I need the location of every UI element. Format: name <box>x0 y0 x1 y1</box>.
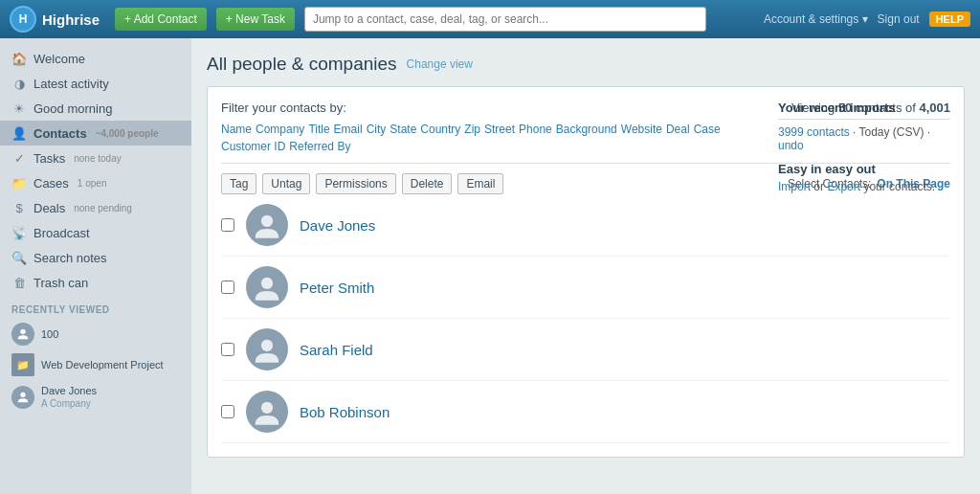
new-task-button[interactable]: + New Task <box>216 8 295 31</box>
svg-point-4 <box>261 340 273 351</box>
contact-name-bob-robinson[interactable]: Bob Robinson <box>300 404 390 420</box>
filter-city[interactable]: City <box>367 123 387 136</box>
contact-name-dave-jones[interactable]: Dave Jones <box>300 217 375 234</box>
page-title-row: All people & companies Change view <box>207 54 965 75</box>
filter-background[interactable]: Background <box>556 123 617 136</box>
contact-avatar-peter-smith <box>246 266 288 308</box>
filter-email[interactable]: Email <box>334 123 363 136</box>
change-view-link[interactable]: Change view <box>407 57 473 71</box>
contact-avatar-sarah-field <box>246 328 288 370</box>
contacts-badge: ~4,000 people <box>96 128 159 139</box>
check-icon: ✓ <box>11 150 27 166</box>
page-title: All people & companies <box>207 54 397 75</box>
sidebar-label-tasks: Tasks <box>33 151 65 166</box>
sidebar-item-tasks[interactable]: ✓ Tasks none today <box>0 146 191 170</box>
sidebar-item-good-morning[interactable]: ☀ Good morning <box>0 96 191 121</box>
sidebar-item-cases[interactable]: 📁 Cases 1 open <box>0 170 191 195</box>
permissions-button[interactable]: Permissions <box>316 173 395 194</box>
sidebar-label-search-notes: Search notes <box>33 251 107 265</box>
search-input[interactable] <box>304 7 706 32</box>
logo-icon: H <box>10 6 36 33</box>
sidebar-label-broadcast: Broadcast <box>33 226 90 240</box>
email-button[interactable]: Email <box>457 173 503 194</box>
contact-checkbox-bob-robinson[interactable] <box>221 405 234 418</box>
svg-point-1 <box>20 392 25 396</box>
sidebar-label-contacts: Contacts <box>33 126 87 141</box>
sidebar-item-deals[interactable]: $ Deals none pending <box>0 195 191 220</box>
recent-imports-detail-text: · Today (CSV) · <box>853 125 930 139</box>
top-navigation: H Highrise + Add Contact + New Task Acco… <box>0 0 980 38</box>
delete-button[interactable]: Delete <box>402 173 453 194</box>
filter-website[interactable]: Website <box>621 123 662 136</box>
person-icon: 👤 <box>11 125 27 141</box>
filter-phone[interactable]: Phone <box>519 123 552 136</box>
filter-zip[interactable]: Zip <box>464 123 480 136</box>
filter-deal[interactable]: Deal <box>666 123 690 136</box>
activity-icon: ◑ <box>11 76 27 91</box>
contact-avatar-bob-robinson <box>246 391 288 433</box>
table-row: Peter Smith <box>221 257 950 319</box>
sun-icon: ☀ <box>11 101 27 116</box>
contact-checkbox-sarah-field[interactable] <box>221 343 234 356</box>
sidebar-item-broadcast[interactable]: 📡 Broadcast <box>0 220 191 245</box>
table-row: Sarah Field <box>221 319 950 381</box>
sidebar: 🏠 Welcome ◑ Latest activity ☀ Good morni… <box>0 38 191 494</box>
easy-in-out-text: Import or Export your contacts. <box>778 180 950 193</box>
sidebar-label-welcome: Welcome <box>33 52 85 66</box>
help-button[interactable]: HELP <box>929 11 970 27</box>
svg-point-0 <box>20 329 25 334</box>
import-link[interactable]: Import <box>778 180 811 193</box>
main-content: All people & companies Change view Your … <box>191 38 980 494</box>
contact-name-sarah-field[interactable]: Sarah Field <box>300 342 373 358</box>
easy-in-out-title: Easy in easy out <box>778 162 950 176</box>
sidebar-item-search-notes[interactable]: 🔍 Search notes <box>0 245 191 270</box>
rv-item-dave[interactable]: Dave Jones A Company <box>0 380 191 414</box>
svg-point-2 <box>261 215 273 227</box>
svg-point-5 <box>261 402 273 414</box>
home-icon: 🏠 <box>11 51 27 66</box>
filter-customer-id[interactable]: Customer ID <box>221 140 285 153</box>
filter-state[interactable]: State <box>390 123 416 136</box>
export-link[interactable]: Export <box>827 180 860 193</box>
contact-checkbox-peter-smith[interactable] <box>221 281 234 294</box>
filter-name[interactable]: Name <box>221 123 252 136</box>
account-settings-link[interactable]: Account & settings ▾ <box>764 12 868 26</box>
logo: H Highrise <box>10 6 100 33</box>
rv-sub-dave: A Company <box>41 397 97 410</box>
sidebar-item-welcome[interactable]: 🏠 Welcome <box>0 46 191 71</box>
filter-title[interactable]: Title <box>308 123 329 136</box>
dollar-icon: $ <box>11 200 27 215</box>
nav-right: Account & settings ▾ Sign out HELP <box>764 11 970 27</box>
rv-text-dave: Dave Jones A Company <box>41 384 97 410</box>
recent-imports-panel: Your recent imports 3999 contacts · Toda… <box>778 101 950 193</box>
untag-button[interactable]: Untag <box>262 173 310 194</box>
filter-referred-by[interactable]: Referred By <box>289 140 350 153</box>
rv-name-web-dev: Web Development Project <box>41 358 164 371</box>
contact-checkbox-dave-jones[interactable] <box>221 218 234 232</box>
tag-button[interactable]: Tag <box>221 173 256 194</box>
filter-case[interactable]: Case <box>694 123 721 136</box>
rv-folder-web-dev: 📁 <box>11 353 34 376</box>
filter-street[interactable]: Street <box>484 123 515 136</box>
recent-imports-detail: 3999 contacts · Today (CSV) · undo <box>778 125 950 152</box>
sign-out-link[interactable]: Sign out <box>878 12 920 26</box>
sidebar-item-latest-activity[interactable]: ◑ Latest activity <box>0 71 191 96</box>
sidebar-label-good-morning: Good morning <box>33 101 112 116</box>
trash-icon: 🗑 <box>11 275 27 290</box>
rv-item-web-dev[interactable]: 📁 Web Development Project <box>0 349 191 380</box>
filter-company[interactable]: Company <box>256 123 304 136</box>
sidebar-label-deals: Deals <box>33 201 65 215</box>
sidebar-item-contacts[interactable]: 👤 Contacts ~4,000 people <box>0 121 191 146</box>
undo-link[interactable]: undo <box>778 139 804 152</box>
recent-imports-title: Your recent imports <box>778 101 950 120</box>
rv-text-web-dev: Web Development Project <box>41 358 164 371</box>
contact-avatar-dave-jones <box>246 204 288 246</box>
filter-country[interactable]: Country <box>420 123 460 136</box>
tasks-badge: none today <box>74 153 122 164</box>
contact-name-peter-smith[interactable]: Peter Smith <box>300 280 374 296</box>
rv-item-100[interactable]: 100 <box>0 319 191 349</box>
add-contact-button[interactable]: + Add Contact <box>115 8 207 31</box>
recent-imports-link[interactable]: 3999 contacts <box>778 125 850 139</box>
sidebar-item-trash-can[interactable]: 🗑 Trash can <box>0 270 191 295</box>
svg-point-3 <box>261 278 273 289</box>
